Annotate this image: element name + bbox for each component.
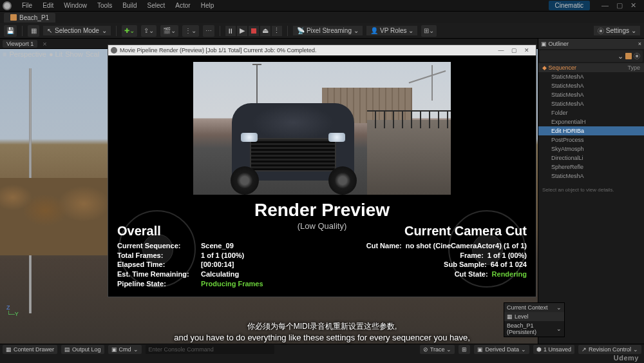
outliner-item[interactable]: StaticMeshA xyxy=(538,72,644,81)
play-button[interactable]: ▶ xyxy=(237,26,247,36)
cursor-icon: ↖ xyxy=(47,27,52,34)
content-drawer-button[interactable]: ▦ Content Drawer xyxy=(3,345,57,354)
level-icon: ▦ xyxy=(507,313,513,320)
menu-window[interactable]: Window xyxy=(59,2,92,9)
stream-icon: 📡 xyxy=(297,27,305,34)
outliner-columns: ◆ Sequencer Type xyxy=(538,63,644,72)
render-preview-image xyxy=(193,62,451,195)
render-heading: Render Preview xyxy=(254,200,390,221)
level-icon xyxy=(10,14,17,21)
viewport-show[interactable]: Show xyxy=(65,50,83,58)
current-cut-stats: Current Camera Cut Cut Name:no shot (Cin… xyxy=(366,224,527,289)
menu-edit[interactable]: Edit xyxy=(37,2,59,9)
roles-icon: 👤 xyxy=(370,27,378,34)
output-log-button[interactable]: ▤ Output Log xyxy=(61,345,104,354)
udemy-watermark: Udemy xyxy=(614,354,639,362)
dialog-icon xyxy=(111,47,117,54)
viewport-scalability[interactable]: Scal xyxy=(86,50,99,58)
add-button[interactable]: ✚⌄ xyxy=(122,25,137,37)
maximize-icon[interactable]: ▢ xyxy=(616,1,623,10)
menubar: File Edit Window Tools Build Select Acto… xyxy=(0,0,644,12)
selection-mode-dropdown[interactable]: ↖ Selection Mode ⌄ xyxy=(43,26,111,35)
viewport-menu[interactable]: ≡ xyxy=(3,50,6,58)
outliner-item[interactable]: SkyAtmosph xyxy=(538,144,644,153)
menu-file[interactable]: File xyxy=(17,2,37,9)
subtitle-cn: 你必须为每个MIDI录音机重新设置这些参数, xyxy=(247,321,397,332)
outliner-item[interactable]: StaticMeshA xyxy=(538,172,644,181)
main-toolbar: 💾 ▦ ↖ Selection Mode ⌄ ✚⌄ ⇪⌄ 🎬⌄ ⋮⌄ ⋯ ⏸ ▶… xyxy=(0,23,644,39)
dialog-titlebar[interactable]: Movie Pipeline Render (Preview) [Job 1/1… xyxy=(108,45,536,55)
pixel-streaming-dropdown[interactable]: 📡 Pixel Streaming ⌄ xyxy=(293,26,363,35)
revision-control-dropdown[interactable]: ↗ Revision Control ⌄ xyxy=(578,345,641,354)
play-controls: ⏸ ▶ ⏏ ⋮ xyxy=(225,26,282,36)
outliner-item[interactable]: StaticMeshA xyxy=(538,99,644,108)
outliner-item[interactable]: Folder xyxy=(538,108,644,117)
toolbar-extra[interactable]: ⊞⌄ xyxy=(421,25,437,37)
outliner-item[interactable]: PostProcess xyxy=(538,135,644,144)
trace-dropdown[interactable]: ⊘ Trace ⌄ xyxy=(420,345,455,354)
marketplace-button[interactable]: ⇪⌄ xyxy=(141,25,156,37)
pause-button[interactable]: ⏸ xyxy=(225,26,236,36)
eject-button[interactable]: ⏏ xyxy=(260,26,270,36)
close-icon[interactable]: ✕ xyxy=(630,1,636,10)
chevron-down-icon: ⌄ xyxy=(556,326,562,332)
menu-actor[interactable]: Actor xyxy=(170,2,195,9)
cinematics-button[interactable]: 🎬⌄ xyxy=(160,25,178,37)
chevron-down-icon: ⌄ xyxy=(354,27,359,34)
sequencer-button[interactable]: ⋮⌄ xyxy=(182,25,199,37)
bake-button[interactable]: ⊞ xyxy=(459,345,470,354)
current-context-popup: Current Context⌄ ▦Level Beach_P1 (Persis… xyxy=(504,302,565,337)
console-input[interactable]: Enter Console Command xyxy=(146,345,274,354)
level-tab-label: Beach_P1 xyxy=(19,14,49,21)
outliner-search[interactable]: ⌄ xyxy=(540,50,643,62)
viewport-perspective[interactable]: Perspective xyxy=(9,50,46,58)
viewport-tab-close[interactable]: × xyxy=(43,40,46,48)
stop-button[interactable] xyxy=(249,26,259,36)
outliner-item[interactable]: StaticMeshA xyxy=(538,90,644,99)
gear-icon xyxy=(598,28,604,34)
status-bar: ▦ Content Drawer ▤ Output Log ▣ Cmd ⌄ En… xyxy=(0,344,644,354)
gear-icon[interactable] xyxy=(634,53,640,59)
chevron-down-icon: ⌄ xyxy=(631,27,636,34)
dialog-maximize[interactable]: ▢ xyxy=(507,47,520,54)
outliner-item[interactable]: StaticMeshA xyxy=(538,81,644,90)
menu-tools[interactable]: Tools xyxy=(92,2,117,9)
chevron-down-icon[interactable]: ⌄ xyxy=(556,304,562,311)
settings-dropdown[interactable]: Settings ⌄ xyxy=(594,26,640,35)
unsaved-button[interactable]: ⬢ 1 Unsaved xyxy=(533,345,574,354)
viewport-tabname[interactable]: Viewport 1 xyxy=(3,40,37,48)
viewport-lit[interactable]: ● Lit xyxy=(49,50,62,58)
dialog-minimize[interactable]: — xyxy=(495,47,507,54)
folder-icon[interactable] xyxy=(625,53,632,59)
overall-stats: Overall Current Sequence:Scene_09Total F… xyxy=(117,224,263,289)
minimize-icon[interactable]: — xyxy=(601,1,609,10)
derived-data-dropdown[interactable]: ▣ Derived Data ⌄ xyxy=(474,345,529,354)
menu-build[interactable]: Build xyxy=(117,2,142,9)
cinematic-badge[interactable]: Cinematic xyxy=(549,1,590,10)
dialog-close[interactable]: ✕ xyxy=(520,47,533,54)
outliner-item[interactable]: SphereRefle xyxy=(538,162,644,172)
outliner-item[interactable]: DirectionalLi xyxy=(538,153,644,162)
play-options[interactable]: ⋮ xyxy=(272,26,282,36)
window-controls: — ▢ ✕ xyxy=(596,1,641,10)
more-button[interactable]: ⋯ xyxy=(203,25,214,37)
menu-select[interactable]: Select xyxy=(142,2,171,9)
level-tabbar: Beach_P1 xyxy=(0,12,644,23)
render-preview-dialog: Movie Pipeline Render (Preview) [Job 1/1… xyxy=(108,44,536,297)
context-level-select[interactable]: Beach_P1 (Persistent)⌄ xyxy=(504,321,564,337)
outliner-close[interactable]: × xyxy=(638,41,641,47)
vp-roles-dropdown[interactable]: 👤 VP Roles ⌄ xyxy=(366,26,418,35)
cmd-dropdown[interactable]: ▣ Cmd ⌄ xyxy=(108,345,142,354)
outliner-item[interactable]: Edit HDRIBa xyxy=(538,126,644,135)
axis-gizmo: Z└─Y xyxy=(6,304,19,317)
filter-icon[interactable]: ⌄ xyxy=(618,52,623,61)
outliner-item[interactable]: ExponentialH xyxy=(538,117,644,126)
dialog-title-text: Movie Pipeline Render (Preview) [Job 1/1… xyxy=(120,47,316,54)
level-tab[interactable]: Beach_P1 xyxy=(4,13,55,23)
menu-help[interactable]: Help xyxy=(196,2,220,9)
chevron-down-icon: ⌄ xyxy=(102,27,107,34)
mode-button[interactable]: ▦ xyxy=(28,25,39,37)
save-button[interactable]: 💾 xyxy=(4,25,17,37)
outliner-list: StaticMeshAStaticMeshAStaticMeshAStaticM… xyxy=(538,72,644,181)
subtitle-en: and you have to do everything like these… xyxy=(174,333,470,342)
